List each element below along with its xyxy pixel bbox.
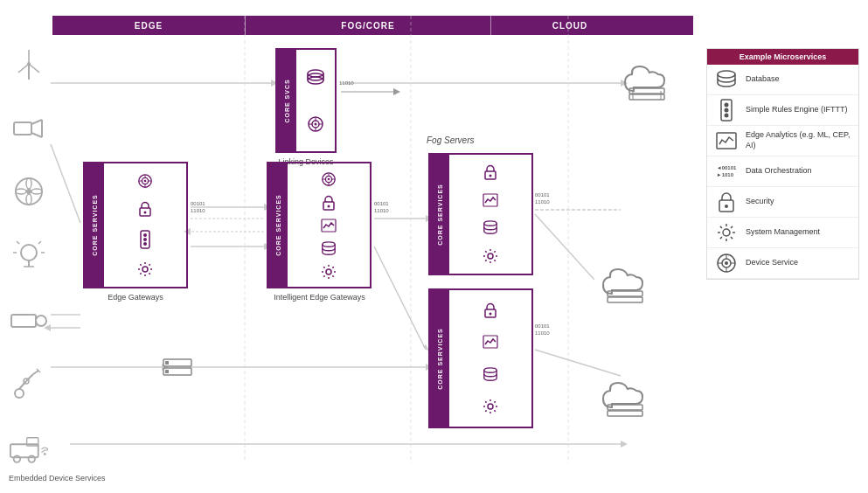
linking-devices-box: CORE SVCS [275, 48, 337, 153]
svg-rect-38 [14, 122, 31, 135]
pump-icon [9, 299, 48, 338]
svg-point-110 [484, 221, 496, 226]
legend-item-sysmanage: System Management [707, 218, 858, 248]
svg-line-40 [31, 133, 42, 137]
svg-point-83 [144, 180, 147, 183]
svg-line-36 [29, 64, 39, 73]
core-svcs-intelligent: CORE SERVICES [268, 163, 288, 287]
svg-rect-120 [165, 370, 169, 373]
lock-icon [714, 191, 739, 212]
bits-badge-linking: 11010 [339, 80, 354, 87]
svg-point-46 [26, 194, 31, 205]
edge-label: EDGE [135, 21, 163, 31]
svg-line-59 [19, 381, 26, 389]
core-svcs-text: CORE SVCS [284, 79, 290, 122]
linking-inner-icons [296, 50, 335, 151]
svg-line-17 [535, 214, 594, 280]
svg-point-140 [725, 261, 728, 265]
svg-line-7 [51, 144, 80, 223]
edge-gateways-text: Edge Gateways [108, 293, 163, 302]
edge-inner-icons [104, 163, 186, 287]
bits-fog-top: 00101 11010 [535, 192, 550, 206]
edge-header: EDGE [52, 21, 245, 31]
embedded-label-text: Embedded Device Services [9, 474, 106, 483]
core-svcs-fog-top-text: CORE SERVICES [437, 184, 443, 245]
svg-line-54 [38, 241, 41, 244]
svg-point-108 [490, 175, 492, 177]
svg-point-45 [31, 189, 42, 194]
cloud-middle [599, 262, 651, 318]
svg-point-133 [725, 114, 729, 118]
legend-item-data-orch: ◄00101 ►1010 Data Orchestration [707, 156, 858, 187]
database-icon [714, 69, 739, 90]
svg-marker-28 [621, 441, 628, 448]
target-icon [714, 253, 739, 274]
fog-top-box: CORE SERVICES [428, 153, 533, 275]
cloud-header: CLOUD [491, 21, 649, 31]
fog-bottom-inner-icons [449, 290, 531, 427]
cloud-bottom [599, 376, 651, 432]
svg-point-48 [21, 245, 37, 260]
chart-icon [714, 130, 739, 151]
fog-bottom-box: CORE SERVICES [428, 288, 533, 428]
fog-header: FOG/CORE [246, 21, 490, 31]
legend-title: Example Microservices [740, 52, 827, 61]
svg-line-62 [33, 371, 38, 374]
svg-point-93 [143, 242, 147, 246]
cloud-top [621, 59, 673, 105]
core-svcs-int-text: CORE SERVICES [275, 194, 281, 255]
svg-point-111 [488, 253, 493, 259]
header-bar: EDGE FOG/CORE CLOUD [52, 16, 693, 35]
fog-servers-label: Fog Servers [427, 135, 474, 145]
sensor-icon [9, 235, 48, 274]
core-svcs-edge-text: CORE SERVICES [92, 194, 98, 255]
bits-fog-bot: 00101 11010 [535, 323, 550, 337]
intelligent-edge-box: CORE SERVICES [267, 162, 372, 288]
wind-turbine-icon [9, 44, 48, 83]
core-svcs-fog-bot-text: CORE SERVICES [437, 328, 443, 389]
core-svcs-fog-top: CORE SERVICES [430, 155, 449, 274]
cloud-label: CLOUD [552, 21, 588, 31]
svg-point-44 [26, 178, 31, 189]
legend-sysmanage-label: System Management [746, 227, 820, 238]
svg-rect-55 [11, 315, 36, 327]
bits-edge-top: 00101 11010 [191, 201, 205, 215]
legend-device-svc-label: Device Service [746, 258, 798, 268]
fog-label: FOG/CORE [341, 21, 394, 31]
traffic-light-icon [714, 100, 739, 121]
svg-point-137 [723, 229, 730, 236]
svg-point-47 [16, 189, 26, 194]
svg-rect-119 [165, 361, 169, 365]
legend-security-label: Security [746, 197, 774, 207]
device-column [9, 44, 48, 466]
edge-gateways-label: Edge Gateways [83, 293, 188, 302]
svg-line-39 [31, 120, 42, 124]
camera-icon [9, 108, 48, 147]
svg-point-91 [143, 233, 147, 237]
robot-arm-icon [9, 363, 48, 402]
svg-point-129 [718, 71, 735, 78]
svg-point-89 [144, 212, 147, 214]
intelligent-edge-label: Intelligent Edge Gateways [256, 293, 383, 302]
svg-line-53 [17, 241, 19, 244]
server-rack-small [163, 358, 192, 386]
svg-point-131 [725, 103, 729, 108]
svg-line-60 [26, 374, 33, 381]
svg-point-132 [725, 108, 729, 113]
svg-point-56 [36, 316, 46, 326]
core-svcs-linking: CORE SVCS [277, 50, 296, 151]
svg-point-94 [142, 267, 148, 272]
svg-point-58 [15, 389, 24, 398]
legend-rules-label: Simple Rules Engine (IFTTT) [746, 105, 848, 115]
legend-item-rules: Simple Rules Engine (IFTTT) [707, 95, 858, 126]
svg-point-113 [490, 312, 492, 315]
legend-database-label: Database [746, 74, 780, 85]
svg-point-116 [488, 404, 493, 409]
svg-rect-122 [629, 94, 664, 100]
svg-point-136 [725, 205, 728, 208]
svg-marker-30 [393, 88, 400, 95]
legend-data-orch-label: Data Orchestration [746, 166, 812, 177]
data-orch-icon: ◄00101 ►1010 [714, 161, 739, 182]
core-svcs-fog-bot: CORE SERVICES [430, 290, 449, 427]
legend-item-security: Security [707, 187, 858, 218]
